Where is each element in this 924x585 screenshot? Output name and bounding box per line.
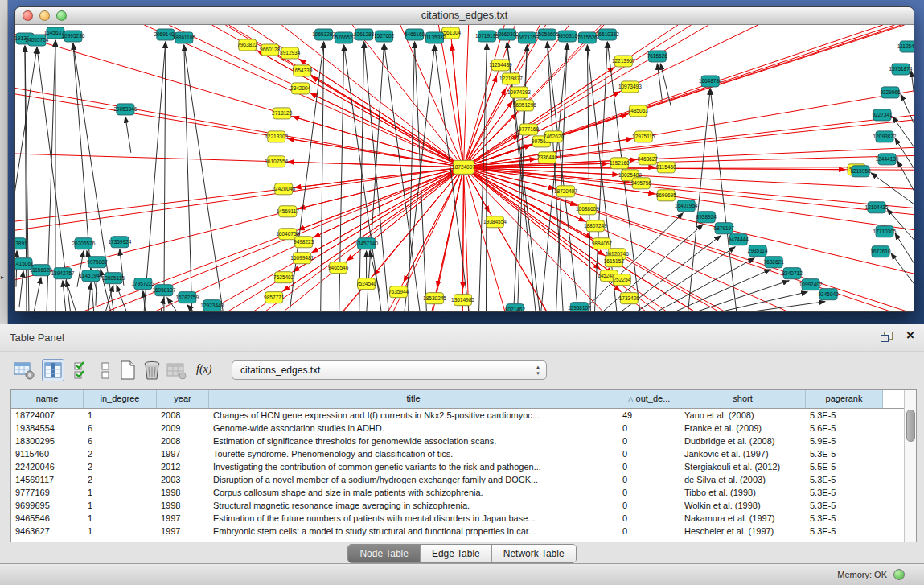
table-cell[interactable]: Estimation of the future numbers of pati… <box>209 512 618 525</box>
column-header-title[interactable]: title <box>209 390 618 408</box>
graph-node[interactable]: 252254 <box>613 274 630 286</box>
graph-node[interactable]: 20053346 <box>113 104 137 115</box>
table-cell[interactable]: 2008 <box>157 435 209 447</box>
graph-node[interactable]: 12213967 <box>612 56 635 67</box>
graph-node[interactable]: 13505115 <box>102 273 125 284</box>
graph-node[interactable]: 19384554 <box>483 216 507 228</box>
table-cell[interactable]: 19384554 <box>11 422 84 435</box>
column-header-year[interactable]: year <box>157 390 209 408</box>
table-cell[interactable]: 1 <box>84 499 157 512</box>
table-cell[interactable]: Franke et al. (2009) <box>680 422 806 435</box>
graph-node[interactable]: 12104435 <box>865 202 889 213</box>
function-builder-icon[interactable]: f(x) <box>196 359 219 381</box>
graph-node[interactable]: 9975887 <box>87 257 108 268</box>
tab-network-table[interactable]: Network Table <box>492 545 576 562</box>
side-splitter[interactable]: ▸ <box>0 0 8 324</box>
zoom-button[interactable] <box>56 10 67 21</box>
table-cell[interactable]: 5.3E-5 <box>806 409 883 422</box>
graph-node[interactable]: 7524540 <box>356 278 377 290</box>
table-cell[interactable]: Wolkin et al. (1998) <box>680 499 806 512</box>
graph-node[interactable]: 6879197 <box>714 223 735 234</box>
table-cell[interactable]: 5.6E-5 <box>806 422 883 435</box>
graph-node[interactable]: 2935114 <box>748 245 768 257</box>
new-column-icon[interactable] <box>117 359 140 381</box>
graph-node[interactable]: 8215958 <box>850 166 871 177</box>
graph-node[interactable]: 2342004 <box>290 83 311 94</box>
table-selector[interactable]: citations_edges.txt ▲▼ <box>232 360 547 380</box>
graph-node[interactable]: 9329966 <box>880 87 901 98</box>
graph-node[interactable]: 16401954 <box>675 200 698 212</box>
graph-node[interactable]: 1615152 <box>604 256 625 267</box>
graph-node[interactable]: 1152160 <box>610 158 630 169</box>
graph-node[interactable]: 2718120 <box>272 108 293 119</box>
table-cell[interactable]: 49 <box>618 409 680 422</box>
table-cell[interactable]: 1998 <box>157 486 209 499</box>
table-cell[interactable]: 5.9E-5 <box>806 435 883 447</box>
import-table-icon[interactable] <box>166 359 188 381</box>
close-panel-icon[interactable]: × <box>906 328 914 344</box>
table-cell[interactable]: Disruption of a novel member of a sodium… <box>209 473 618 486</box>
graph-node[interactable]: 11254439 <box>489 60 512 71</box>
table-row[interactable]: 911546021997Tourette syndrome. Phenomeno… <box>11 447 916 460</box>
table-cell[interactable]: 5.3E-5 <box>806 486 883 499</box>
graph-node[interactable]: 10958107 <box>568 303 591 312</box>
graph-node[interactable]: 12213303 <box>265 131 288 142</box>
column-header-short[interactable]: short <box>680 390 806 408</box>
column-header-pagerank[interactable]: pagerank <box>806 390 883 408</box>
table-cell[interactable]: 1997 <box>157 447 209 460</box>
table-cell[interactable]: Genome-wide association studies in ADHD. <box>209 422 618 435</box>
graph-node[interactable]: 10973493 <box>618 81 642 93</box>
graph-node[interactable]: 10992402 <box>799 279 823 290</box>
table-cell[interactable]: 22420046 <box>11 460 84 473</box>
table-cell[interactable]: Dudbridge et al. (2008) <box>680 435 806 447</box>
graph-node[interactable]: 9465546 <box>328 262 349 274</box>
graph-node[interactable]: 12444130 <box>876 154 899 165</box>
graph-node[interactable]: 9884067 <box>592 238 613 249</box>
table-cell[interactable]: 1998 <box>157 499 209 512</box>
tab-node-table[interactable]: Node Table <box>348 545 421 562</box>
table-cell[interactable]: 18724007 <box>11 409 84 422</box>
table-cell[interactable]: 9777169 <box>11 486 84 499</box>
table-cell[interactable]: 0 <box>618 486 680 499</box>
network-window-titlebar[interactable]: citations_edges.txt <box>15 7 914 25</box>
float-panel-icon[interactable] <box>881 332 893 342</box>
table-cell[interactable]: Changes of HCN gene expression and I(f) … <box>209 409 618 422</box>
graph-node[interactable]: 15766527 <box>332 32 355 43</box>
table-cell[interactable]: Structural magnetic resonance image aver… <box>209 499 618 512</box>
graph-node[interactable]: 10974393 <box>507 87 531 98</box>
table-cell[interactable]: 0 <box>618 525 680 538</box>
graph-node[interactable]: 13457140 <box>355 238 378 249</box>
graph-node[interactable]: 16782759 <box>175 292 199 303</box>
graph-node[interactable]: 17710305 <box>873 226 897 237</box>
table-cell[interactable]: Hescheler et al. (1997) <box>680 525 806 538</box>
table-cell[interactable]: Estimation of significance thresholds fo… <box>209 435 618 447</box>
table-cell[interactable]: 0 <box>618 473 680 486</box>
table-cell[interactable]: Yano et al. (2008) <box>680 409 806 422</box>
graph-node[interactable]: 17359924 <box>108 237 131 248</box>
graph-node[interactable]: 9474444 <box>729 234 749 245</box>
graph-node[interactable]: 11125440 <box>897 41 914 52</box>
graph-node[interactable]: 9699695 <box>656 190 677 201</box>
table-row[interactable]: 969969511998Structural magnetic resonanc… <box>11 499 916 512</box>
table-cell[interactable]: 1 <box>84 525 157 538</box>
graph-node[interactable]: 9245042 <box>818 289 839 300</box>
table-cell[interactable]: Tourette syndrome. Phenomenology and cla… <box>209 447 618 460</box>
graph-node[interactable]: 1654339 <box>292 65 313 76</box>
graph-node[interactable]: 3913891 <box>15 238 27 249</box>
table-cell[interactable]: 2 <box>84 460 157 473</box>
table-row[interactable]: 1456911722003Disruption of a novel membe… <box>11 473 916 486</box>
graph-node[interactable]: 9660128 <box>260 44 281 56</box>
graph-node[interactable]: 8938924 <box>696 212 717 223</box>
graph-node[interactable]: 9227341 <box>872 109 893 121</box>
table-row[interactable]: 946554611997Estimation of the future num… <box>11 512 916 525</box>
table-cell[interactable]: 1 <box>84 486 157 499</box>
table-row[interactable]: 946362711997Embryonic stem cells: a mode… <box>11 525 916 538</box>
graph-node[interactable]: 12093872 <box>873 131 897 142</box>
graph-node[interactable]: 7635944 <box>388 286 409 298</box>
table-cell[interactable]: 6 <box>84 422 157 435</box>
graph-node[interactable]: 17957223 <box>131 278 154 290</box>
table-cell[interactable]: 0 <box>618 447 680 460</box>
column-header-in-degree[interactable]: in_degree <box>84 390 157 408</box>
table-cell[interactable]: 2003 <box>157 473 209 486</box>
table-cell[interactable]: 1 <box>84 512 157 525</box>
